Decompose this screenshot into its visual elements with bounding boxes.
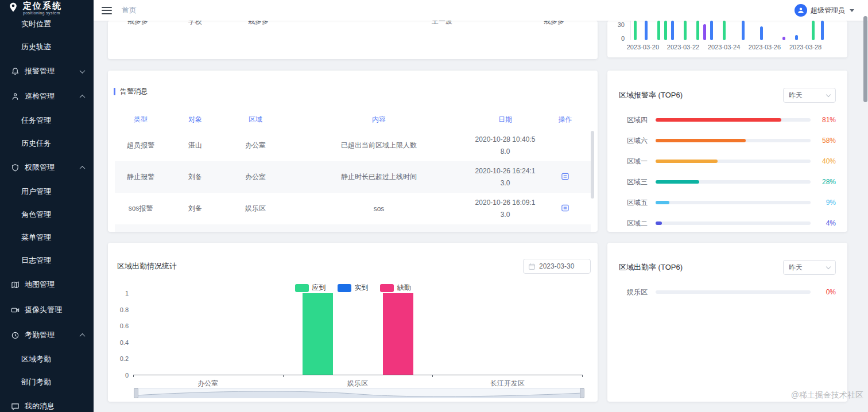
date-picker[interactable]: 2023-03-30 (523, 259, 591, 274)
clock-icon (11, 331, 20, 340)
col-type[interactable]: 类型 (115, 115, 166, 125)
cell-type: sos报警 (115, 204, 166, 213)
partial-cell: 王一波 (432, 21, 452, 26)
sidebar-item-my-messages[interactable]: 我的消息 (0, 394, 94, 412)
cell-target: 刘备 (166, 204, 224, 213)
top-chart-plot (630, 21, 827, 40)
alarm-row[interactable]: 2020-10-26 16:09:1 (115, 224, 591, 232)
progress-track (656, 180, 811, 184)
card-attendance-rate: 区域出勤率 (TOP6) 昨天 娱乐区 0% (607, 243, 847, 402)
bar (634, 21, 637, 40)
bar (821, 21, 824, 40)
alarm-table: 类型 对象 区域 内容 日期 操作 超员报警 湛山 办公室 (115, 109, 591, 232)
progress-fill (656, 160, 718, 163)
bar (645, 21, 648, 40)
sidebar-item-area-attendance[interactable]: 区域考勤 (0, 348, 94, 371)
main-area: 首页 超级管理员 戒多多 学校 戒多多 王一波 (94, 0, 868, 412)
sidebar-item-user-management[interactable]: 用户管理 (0, 180, 94, 203)
breadcrumb[interactable]: 首页 (122, 5, 137, 15)
sidebar-toggle-icon[interactable] (102, 7, 112, 14)
time-filter-select[interactable]: 昨天 (783, 260, 836, 275)
bar (684, 21, 687, 40)
time-filter-select[interactable]: 昨天 (783, 88, 836, 103)
progress-row: 娱乐区 0% (619, 282, 836, 302)
col-operation[interactable]: 操作 (540, 115, 591, 125)
chevron-down-icon (850, 9, 854, 12)
cell-date: 2020-10-26 16:24:1 3.0 (471, 165, 540, 189)
cell-operation (540, 172, 591, 182)
cell-date: 2020-10-26 16:09:1 3.0 (471, 197, 540, 220)
table-scrollbar-thumb[interactable] (591, 131, 594, 199)
card-alarm-messages: 告警消息 类型 对象 区域 内容 日期 操作 超 (108, 71, 598, 232)
sidebar-item-history-task[interactable]: 历史任务 (0, 132, 94, 155)
progress-track (656, 118, 811, 122)
y-axis-label: 1 (108, 289, 129, 297)
sidebar-item-role-management[interactable]: 角色管理 (0, 203, 94, 226)
chevron-up-icon (80, 333, 86, 339)
bar (671, 21, 674, 40)
x-axis-labels: 2023-03-20 2023-03-22 2023-03-24 2023-03… (630, 44, 827, 52)
logo-pin-icon (7, 1, 19, 15)
sidebar-item-department-attendance[interactable]: 部门考勤 (0, 371, 94, 394)
page-scrollbar[interactable] (863, 0, 867, 412)
partial-cell: 戒多多 (544, 21, 564, 26)
sidebar-item-camera-management[interactable]: 摄像头管理 (0, 297, 94, 322)
message-icon (11, 402, 20, 411)
card-alarm-rate: 区域报警率 (TOP6) 昨天 区域四 81% 区域六 (607, 71, 847, 232)
x-axis-label: 办公室 (133, 379, 283, 388)
chevron-up-icon (80, 165, 86, 171)
sidebar: 定位系统 positioning system 实时位置 历史轨迹 报警管理 巡… (0, 0, 94, 412)
progress-fill (656, 118, 781, 122)
sidebar-item-alarm-management[interactable]: 报警管理 (0, 59, 94, 84)
bar (696, 21, 699, 40)
y-axis-label: 0.4 (108, 339, 129, 347)
sidebar-item-history-track[interactable]: 历史轨迹 (0, 36, 94, 59)
sidebar-item-menu-management[interactable]: 菜单管理 (0, 226, 94, 249)
x-axis-tick (582, 375, 583, 377)
user-menu[interactable]: 超级管理员 (795, 4, 854, 17)
col-target[interactable]: 对象 (166, 115, 224, 125)
cell-type: 静止报警 (115, 172, 166, 182)
x-axis-tick (432, 375, 433, 377)
alarm-rate-title: 区域报警率 (TOP6) (619, 90, 683, 100)
cell-target: 刘备 (166, 172, 224, 182)
alarm-row[interactable]: sos报警 刘备 娱乐区 sos 2020-10-26 16:09:1 3.0 (115, 193, 591, 224)
sidebar-item-task-management[interactable]: 任务管理 (0, 109, 94, 132)
detail-icon[interactable] (561, 204, 569, 212)
attendance-rate-list: 娱乐区 0% (619, 282, 836, 302)
chevron-down-icon (826, 264, 831, 269)
col-area[interactable]: 区域 (224, 115, 287, 125)
card-trend-chart: 30 0 2023-03-20 2023-03-22 2023-03-24 20… (607, 21, 847, 57)
sidebar-item-patrol-management[interactable]: 巡检管理 (0, 84, 94, 109)
progress-fill (656, 180, 699, 184)
slider-handle-right[interactable] (580, 388, 584, 398)
sidebar-item-realtime-location[interactable]: 实时位置 (0, 13, 94, 36)
col-content[interactable]: 内容 (287, 115, 471, 125)
legend-item-absent[interactable]: 缺勤 (380, 283, 411, 293)
col-date[interactable]: 日期 (471, 115, 540, 125)
cell-content: 静止时长已超过上线时间 (287, 172, 471, 182)
alarms-title: 告警消息 (120, 87, 148, 96)
detail-icon[interactable] (561, 172, 569, 181)
progress-row: 区域三 28% (619, 172, 836, 192)
legend-item-expected[interactable]: 应到 (295, 283, 326, 293)
sidebar-item-map-management[interactable]: 地图管理 (0, 272, 94, 297)
datazoom-slider[interactable] (135, 388, 583, 398)
x-axis-label: 长江开发区 (432, 379, 582, 388)
progress-row: 区域二 4% (619, 213, 836, 232)
sidebar-item-permission-management[interactable]: 权限管理 (0, 155, 94, 180)
progress-percent: 28% (817, 178, 836, 186)
progress-track (656, 160, 811, 163)
slider-handle-left[interactable] (134, 388, 138, 398)
scrollbar-thumb[interactable] (863, 16, 867, 102)
x-axis-label: 2023-03-22 (667, 44, 699, 50)
map-icon (11, 281, 20, 289)
sidebar-item-log-management[interactable]: 日志管理 (0, 249, 94, 272)
alarm-row[interactable]: 静止报警 刘备 办公室 静止时长已超过上线时间 2020-10-26 16:24… (115, 161, 591, 193)
alarm-rate-list: 区域四 81% 区域六 58% 区域一 40% (619, 110, 836, 232)
progress-fill (656, 201, 669, 204)
sidebar-item-attendance-management[interactable]: 考勤管理 (0, 322, 94, 348)
legend-item-actual[interactable]: 实到 (338, 283, 369, 293)
alarm-row[interactable]: 超员报警 湛山 办公室 已超出当前区域上限人数 2020-10-28 10:40… (115, 130, 591, 161)
x-axis-label: 2023-03-20 (627, 44, 659, 50)
